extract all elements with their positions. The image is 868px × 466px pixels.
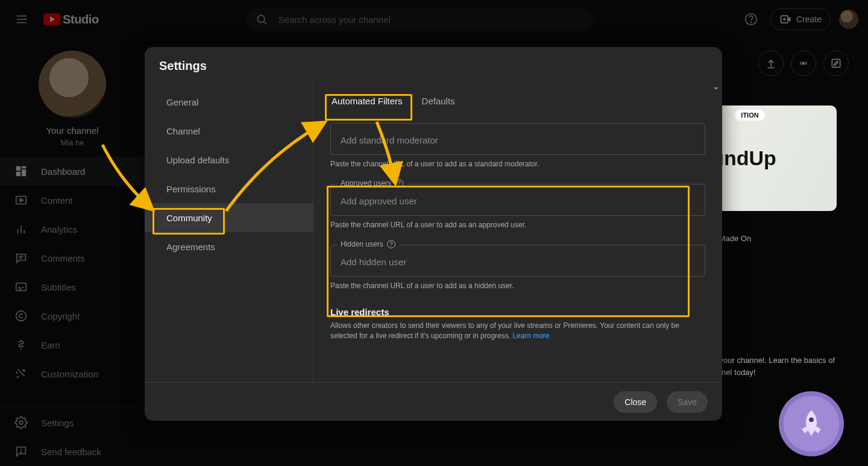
dialog-nav-community[interactable]: Community	[145, 203, 313, 232]
close-button[interactable]: Close	[614, 391, 657, 413]
save-button[interactable]: Save	[667, 391, 708, 413]
standard-moderator-help: Paste the channel URL of a user to add a…	[330, 160, 705, 168]
rocket-icon	[795, 408, 828, 440]
help-icon[interactable]: ?	[395, 179, 403, 187]
approved-users-box[interactable]: Approved users ?	[330, 184, 705, 216]
save-label: Save	[678, 397, 697, 407]
dialog-title: Settings	[145, 47, 722, 80]
hidden-users-help: Paste the channel URL of a user to add a…	[330, 282, 705, 290]
live-redirects-text: Allows other creators to send their view…	[330, 321, 679, 340]
svg-point-35	[809, 417, 814, 422]
dialog-tabs: Automated Filters Defaults	[330, 92, 705, 115]
promo-badge: ITION	[735, 110, 764, 121]
live-redirects-title: Live redirects	[330, 307, 705, 317]
close-label: Close	[624, 397, 646, 407]
dialog-nav: General Channel Upload defaults Permissi…	[145, 80, 313, 382]
hidden-users-label-text: Hidden users	[341, 240, 383, 248]
dialog-footer: Close Save	[145, 382, 722, 421]
scroll-up-indicator	[714, 87, 719, 90]
hidden-users-input[interactable]	[339, 256, 696, 268]
standard-moderator-input[interactable]	[339, 134, 696, 146]
help-icon[interactable]: ?	[387, 240, 395, 248]
live-redirects-learn-more[interactable]: Learn more	[512, 332, 549, 340]
settings-dialog: Settings General Channel Upload defaults…	[145, 47, 722, 421]
dialog-nav-upload-defaults[interactable]: Upload defaults	[145, 145, 313, 174]
dialog-content: Automated Filters Defaults Paste the cha…	[313, 80, 722, 382]
hidden-users-field: Hidden users ? Paste the channel URL of …	[330, 245, 705, 290]
approved-users-label-text: Approved users	[341, 179, 391, 187]
dialog-body: General Channel Upload defaults Permissi…	[145, 80, 722, 382]
dialog-nav-label: Upload defaults	[166, 155, 229, 165]
hidden-users-label: Hidden users ?	[337, 240, 399, 248]
hidden-users-box[interactable]: Hidden users ?	[330, 245, 705, 277]
tab-defaults[interactable]: Defaults	[421, 92, 456, 115]
approved-users-help: Paste the channel URL of a user to add a…	[330, 221, 705, 229]
dialog-nav-general[interactable]: General	[145, 87, 313, 116]
rocket-badge[interactable]	[779, 391, 844, 456]
dialog-nav-label: General	[166, 97, 198, 107]
approved-users-field: Approved users ? Paste the channel URL o…	[330, 184, 705, 229]
approved-users-input[interactable]	[339, 195, 696, 207]
dialog-nav-agreements[interactable]: Agreements	[145, 232, 313, 261]
tab-label: Automated Filters	[332, 96, 403, 106]
standard-moderator-box[interactable]	[330, 123, 705, 155]
dialog-nav-permissions[interactable]: Permissions	[145, 174, 313, 203]
tab-automated-filters[interactable]: Automated Filters	[330, 92, 404, 115]
dialog-nav-label: Permissions	[166, 184, 216, 194]
dialog-nav-label: Agreements	[166, 242, 215, 252]
standard-moderator-field: Paste the channel URL of a user to add a…	[330, 123, 705, 168]
dialog-nav-channel[interactable]: Channel	[145, 116, 313, 145]
dialog-nav-label: Channel	[166, 126, 200, 136]
live-redirects-body: Allows other creators to send their view…	[330, 321, 705, 342]
approved-users-label: Approved users ?	[337, 179, 407, 187]
tab-label: Defaults	[422, 96, 455, 106]
dialog-nav-label: Community	[166, 213, 212, 223]
